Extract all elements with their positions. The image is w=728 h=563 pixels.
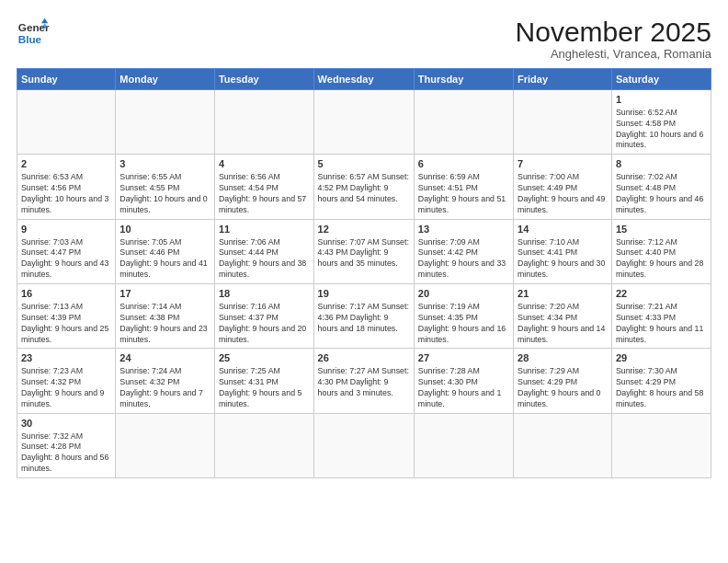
day-number: 5 [318, 157, 410, 171]
day-info: Sunrise: 7:20 AM Sunset: 4:34 PM Dayligh… [518, 302, 608, 346]
calendar-cell: 17Sunrise: 7:14 AM Sunset: 4:38 PM Dayli… [116, 284, 215, 349]
logo: General Blue [17, 17, 50, 50]
day-number: 10 [119, 223, 210, 236]
day-info: Sunrise: 7:07 AM Sunset: 4:43 PM Dayligh… [318, 237, 410, 270]
calendar-cell: 23Sunrise: 7:23 AM Sunset: 4:32 PM Dayli… [17, 349, 116, 413]
calendar-cell: 12Sunrise: 7:07 AM Sunset: 4:43 PM Dayli… [313, 219, 414, 283]
calendar-cell [17, 90, 116, 155]
day-number: 21 [518, 287, 608, 301]
logo-icon: General Blue [17, 17, 50, 50]
weekday-header-wednesday: Wednesday [313, 69, 414, 90]
calendar-cell: 30Sunrise: 7:32 AM Sunset: 4:28 PM Dayli… [17, 413, 116, 477]
calendar-cell [214, 413, 313, 477]
calendar-body: 1Sunrise: 6:52 AM Sunset: 4:58 PM Daylig… [17, 90, 711, 478]
day-number: 9 [21, 223, 111, 236]
month-title: November 2025 [516, 17, 711, 47]
day-number: 26 [318, 351, 410, 365]
weekday-header-sunday: Sunday [17, 69, 116, 90]
calendar-cell [514, 413, 612, 477]
calendar-cell [214, 90, 313, 155]
svg-text:Blue: Blue [18, 33, 42, 45]
calendar-cell: 1Sunrise: 6:52 AM Sunset: 4:58 PM Daylig… [611, 90, 711, 155]
day-info: Sunrise: 7:19 AM Sunset: 4:35 PM Dayligh… [418, 302, 509, 346]
day-number: 6 [418, 157, 509, 171]
day-info: Sunrise: 7:17 AM Sunset: 4:36 PM Dayligh… [318, 302, 410, 335]
day-info: Sunrise: 6:59 AM Sunset: 4:51 PM Dayligh… [418, 172, 509, 216]
day-info: Sunrise: 7:25 AM Sunset: 4:31 PM Dayligh… [219, 366, 310, 410]
day-number: 3 [119, 157, 210, 171]
day-info: Sunrise: 7:12 AM Sunset: 4:40 PM Dayligh… [616, 237, 707, 282]
calendar-header: SundayMondayTuesdayWednesdayThursdayFrid… [17, 69, 711, 90]
day-number: 23 [21, 351, 111, 365]
day-info: Sunrise: 7:09 AM Sunset: 4:42 PM Dayligh… [418, 237, 509, 282]
day-info: Sunrise: 7:13 AM Sunset: 4:39 PM Dayligh… [21, 302, 111, 346]
day-number: 18 [219, 287, 310, 301]
calendar-cell: 15Sunrise: 7:12 AM Sunset: 4:40 PM Dayli… [611, 219, 711, 283]
calendar-cell: 25Sunrise: 7:25 AM Sunset: 4:31 PM Dayli… [214, 349, 313, 413]
calendar-cell [116, 90, 215, 155]
day-info: Sunrise: 7:30 AM Sunset: 4:29 PM Dayligh… [616, 366, 707, 410]
page-header: General Blue November 2025 Anghelesti, V… [17, 17, 711, 61]
day-info: Sunrise: 6:53 AM Sunset: 4:56 PM Dayligh… [21, 172, 111, 216]
day-number: 4 [219, 157, 310, 171]
calendar-cell: 9Sunrise: 7:03 AM Sunset: 4:47 PM Daylig… [17, 219, 116, 283]
calendar-cell: 26Sunrise: 7:27 AM Sunset: 4:30 PM Dayli… [313, 349, 414, 413]
day-number: 1 [616, 93, 707, 107]
calendar-cell: 7Sunrise: 7:00 AM Sunset: 4:49 PM Daylig… [514, 155, 612, 219]
calendar-cell: 21Sunrise: 7:20 AM Sunset: 4:34 PM Dayli… [514, 284, 612, 349]
calendar-cell [414, 413, 513, 477]
calendar-cell: 13Sunrise: 7:09 AM Sunset: 4:42 PM Dayli… [414, 219, 513, 283]
calendar-cell [313, 413, 414, 477]
calendar-cell: 19Sunrise: 7:17 AM Sunset: 4:36 PM Dayli… [313, 284, 414, 349]
location-subtitle: Anghelesti, Vrancea, Romania [516, 47, 711, 61]
calendar-cell [116, 413, 215, 477]
calendar-cell: 2Sunrise: 6:53 AM Sunset: 4:56 PM Daylig… [17, 155, 116, 219]
day-info: Sunrise: 7:23 AM Sunset: 4:32 PM Dayligh… [21, 366, 111, 410]
title-block: November 2025 Anghelesti, Vrancea, Roman… [516, 17, 711, 61]
day-info: Sunrise: 7:24 AM Sunset: 4:32 PM Dayligh… [119, 366, 210, 410]
day-info: Sunrise: 7:16 AM Sunset: 4:37 PM Dayligh… [219, 302, 310, 346]
day-info: Sunrise: 6:57 AM Sunset: 4:52 PM Dayligh… [318, 172, 410, 205]
calendar-cell: 5Sunrise: 6:57 AM Sunset: 4:52 PM Daylig… [313, 155, 414, 219]
calendar-cell: 20Sunrise: 7:19 AM Sunset: 4:35 PM Dayli… [414, 284, 513, 349]
weekday-header-friday: Friday [514, 69, 612, 90]
calendar-cell: 14Sunrise: 7:10 AM Sunset: 4:41 PM Dayli… [514, 219, 612, 283]
day-number: 11 [219, 223, 310, 236]
day-number: 30 [21, 417, 111, 431]
calendar-cell [414, 90, 513, 155]
calendar-cell [611, 413, 711, 477]
day-number: 14 [518, 223, 608, 236]
weekday-header-thursday: Thursday [414, 69, 513, 90]
calendar-cell: 18Sunrise: 7:16 AM Sunset: 4:37 PM Dayli… [214, 284, 313, 349]
day-number: 24 [119, 351, 210, 365]
day-number: 15 [616, 223, 707, 236]
day-number: 22 [616, 287, 707, 301]
day-number: 20 [418, 287, 509, 301]
calendar-cell: 10Sunrise: 7:05 AM Sunset: 4:46 PM Dayli… [116, 219, 215, 283]
calendar-cell: 11Sunrise: 7:06 AM Sunset: 4:44 PM Dayli… [214, 219, 313, 283]
day-info: Sunrise: 7:02 AM Sunset: 4:48 PM Dayligh… [616, 172, 707, 216]
day-info: Sunrise: 6:52 AM Sunset: 4:58 PM Dayligh… [616, 108, 707, 152]
day-info: Sunrise: 7:10 AM Sunset: 4:41 PM Dayligh… [518, 237, 608, 282]
calendar-cell: 4Sunrise: 6:56 AM Sunset: 4:54 PM Daylig… [214, 155, 313, 219]
calendar-cell: 29Sunrise: 7:30 AM Sunset: 4:29 PM Dayli… [611, 349, 711, 413]
day-number: 8 [616, 157, 707, 171]
day-info: Sunrise: 7:27 AM Sunset: 4:30 PM Dayligh… [318, 366, 410, 399]
calendar-cell: 27Sunrise: 7:28 AM Sunset: 4:30 PM Dayli… [414, 349, 513, 413]
calendar-cell: 24Sunrise: 7:24 AM Sunset: 4:32 PM Dayli… [116, 349, 215, 413]
calendar-cell: 28Sunrise: 7:29 AM Sunset: 4:29 PM Dayli… [514, 349, 612, 413]
calendar-cell: 22Sunrise: 7:21 AM Sunset: 4:33 PM Dayli… [611, 284, 711, 349]
calendar-table: SundayMondayTuesdayWednesdayThursdayFrid… [17, 68, 711, 478]
day-number: 19 [318, 287, 410, 301]
day-info: Sunrise: 7:06 AM Sunset: 4:44 PM Dayligh… [219, 237, 310, 282]
calendar-cell: 8Sunrise: 7:02 AM Sunset: 4:48 PM Daylig… [611, 155, 711, 219]
day-number: 2 [21, 157, 111, 171]
calendar-cell [313, 90, 414, 155]
day-number: 25 [219, 351, 310, 365]
calendar-cell: 16Sunrise: 7:13 AM Sunset: 4:39 PM Dayli… [17, 284, 116, 349]
weekday-header-saturday: Saturday [611, 69, 711, 90]
day-info: Sunrise: 7:03 AM Sunset: 4:47 PM Dayligh… [21, 237, 111, 282]
day-info: Sunrise: 7:21 AM Sunset: 4:33 PM Dayligh… [616, 302, 707, 346]
calendar-cell: 6Sunrise: 6:59 AM Sunset: 4:51 PM Daylig… [414, 155, 513, 219]
day-info: Sunrise: 7:28 AM Sunset: 4:30 PM Dayligh… [418, 366, 509, 410]
